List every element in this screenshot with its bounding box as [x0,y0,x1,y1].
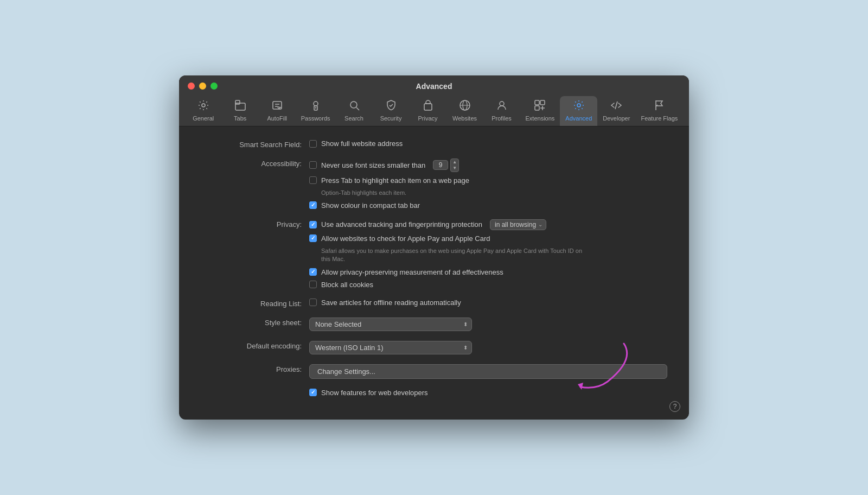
show-full-address-label: Show full website address [321,139,403,148]
show-features-row: Show features for web developers [201,389,667,397]
style-sheet-controls: None Selected [309,318,667,331]
tabs-icon [234,99,246,113]
advanced-tracking-checkbox[interactable] [309,221,317,229]
allow-apple-pay-checkbox[interactable] [309,234,317,242]
allow-apple-pay-label: Allow websites to check for Apple Pay an… [321,234,490,243]
press-tab-checkbox[interactable] [309,176,317,184]
tab-developer[interactable]: Developer [597,96,635,126]
save-articles-checkbox[interactable] [309,299,317,306]
svg-rect-17 [540,100,545,105]
show-features-label: Show features for web developers [321,389,428,397]
tab-search[interactable]: Search [336,96,373,126]
close-button[interactable] [188,82,195,90]
svg-rect-11 [424,104,432,110]
apple-pay-hint: Safari allows you to make purchases on t… [321,247,592,264]
font-size-down-arrow[interactable]: ▼ [451,165,458,171]
option-tab-hint: Option-Tab highlights each item. [321,189,667,197]
allow-privacy-checkbox[interactable] [309,268,317,276]
maximize-button[interactable] [210,82,218,90]
passwords-icon [310,99,322,113]
change-settings-button[interactable]: Change Settings... [309,364,667,379]
tracking-mode-select[interactable]: in all browsing ⌄ [490,219,546,230]
tab-extensions[interactable]: Extensions [520,96,560,126]
tracking-mode-arrow: ⌄ [538,221,542,227]
proxies-label: Proxies: [201,364,309,373]
tab-autofill[interactable]: AutoFill [259,96,296,126]
show-colour-row: Show colour in compact tab bar [309,201,667,210]
tab-privacy[interactable]: Privacy [410,96,446,126]
reading-list-controls: Save articles for offline reading automa… [309,299,667,307]
general-icon [197,99,209,113]
tab-passwords[interactable]: Passwords [296,96,336,126]
tab-extensions-label: Extensions [526,115,555,122]
font-size-value[interactable]: 9 [433,160,448,170]
tab-tabs[interactable]: Tabs [222,96,259,126]
websites-icon [459,99,471,113]
press-tab-row: Press Tab to highlight each item on a we… [309,176,667,185]
accessibility-row: Accessibility: Never use font sizes smal… [201,158,667,210]
reading-list-label: Reading List: [201,299,309,308]
privacy-controls: Use advanced tracking and fingerprinting… [309,219,667,289]
settings-window: Advanced General [179,75,689,420]
tab-security-label: Security [380,115,402,122]
default-encoding-label: Default encoding: [201,341,309,350]
default-encoding-select-wrapper: Western (ISO Latin 1) [309,341,472,354]
minimize-button[interactable] [199,82,206,90]
font-size-up-arrow[interactable]: ▲ [451,159,458,165]
style-sheet-select-wrapper: None Selected [309,318,472,331]
extensions-icon [534,99,546,113]
tab-security[interactable]: Security [373,96,410,126]
tab-general[interactable]: General [185,96,222,126]
search-icon [348,99,360,113]
allow-apple-pay-row: Allow websites to check for Apple Pay an… [309,234,667,243]
tab-passwords-label: Passwords [301,115,330,122]
tab-search-label: Search [344,115,363,122]
allow-privacy-row: Allow privacy-preserving measurement of … [309,268,667,276]
feature-flags-icon [653,99,665,113]
tab-feature-flags[interactable]: Feature Flags [635,96,683,126]
svg-rect-16 [535,100,539,105]
advanced-tracking-row: Use advanced tracking and fingerprinting… [309,219,667,230]
smart-search-label: Smart Search Field: [201,139,309,149]
show-full-address-row: Show full website address [309,139,667,148]
save-articles-row: Save articles for offline reading automa… [309,299,667,307]
reading-list-row: Reading List: Save articles for offline … [201,299,667,308]
svg-point-9 [350,101,357,108]
block-cookies-label: Block all cookies [321,281,373,289]
never-font-size-checkbox[interactable] [309,161,317,169]
traffic-lights [188,82,218,90]
svg-point-19 [577,104,580,107]
style-sheet-row: Style sheet: None Selected [201,318,667,331]
smart-search-row: Smart Search Field: Show full website ad… [201,139,667,149]
never-font-size-row: Never use font sizes smaller than 9 ▲ ▼ [309,158,667,172]
style-sheet-select[interactable]: None Selected [309,318,472,331]
settings-content: Smart Search Field: Show full website ad… [179,126,689,420]
tab-profiles[interactable]: Profiles [483,96,520,126]
svg-rect-18 [535,106,539,110]
advanced-icon [573,99,585,113]
default-encoding-select[interactable]: Western (ISO Latin 1) [309,341,472,354]
press-tab-label: Press Tab to highlight each item on a we… [321,176,469,185]
advanced-tracking-label: Use advanced tracking and fingerprinting… [321,220,482,229]
smart-search-controls: Show full website address [309,139,667,148]
svg-point-0 [202,104,205,107]
tab-advanced[interactable]: Advanced [560,96,597,126]
never-font-size-label: Never use font sizes smaller than [321,161,425,169]
tab-tabs-label: Tabs [234,115,246,122]
font-size-arrows[interactable]: ▲ ▼ [450,158,459,172]
tab-websites[interactable]: Websites [446,96,483,126]
font-size-stepper: 9 ▲ ▼ [433,158,459,172]
help-button[interactable]: ? [669,401,680,412]
autofill-icon [271,99,283,113]
block-cookies-checkbox[interactable] [309,281,317,288]
tab-general-label: General [193,115,214,122]
svg-point-6 [314,101,318,106]
privacy-icon [422,99,434,113]
developer-icon [610,99,622,113]
show-features-checkbox[interactable] [309,389,317,396]
show-features-spacer [201,389,309,390]
tracking-mode-value: in all browsing [495,221,536,229]
toolbar: General Tabs [183,96,686,126]
show-colour-checkbox[interactable] [309,201,317,209]
show-full-address-checkbox[interactable] [309,140,317,148]
